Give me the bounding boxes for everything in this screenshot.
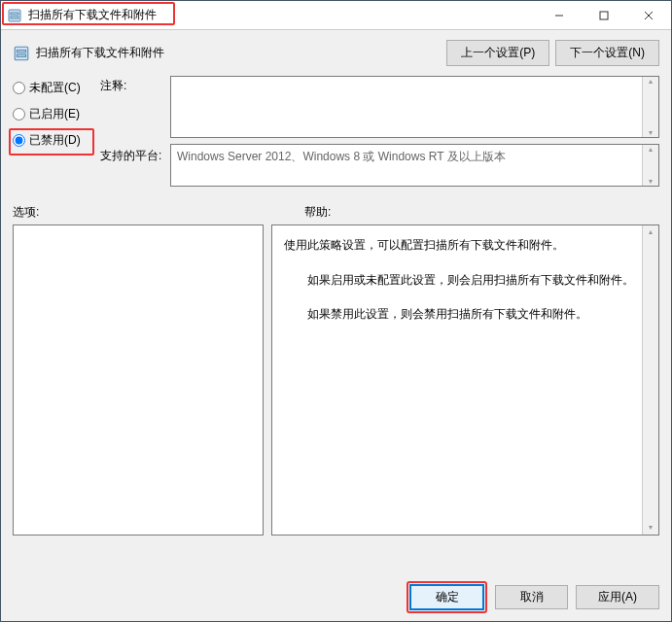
platforms-value: Windows Server 2012、Windows 8 或 Windows …: [177, 150, 506, 163]
platforms-label: 支持的平台:: [100, 144, 170, 183]
policy-icon: [13, 45, 30, 62]
help-paragraph-3: 如果禁用此设置，则会禁用扫描所有下载文件和附件。: [284, 304, 637, 326]
svg-rect-2: [11, 17, 18, 18]
minimize-button[interactable]: [537, 1, 582, 29]
header-row: 扫描所有下载文件和附件 上一个设置(P) 下一个设置(N): [1, 30, 671, 72]
policy-subtitle: 扫描所有下载文件和附件: [36, 45, 441, 61]
field-labels: 注释: 支持的平台:: [100, 76, 170, 183]
content-area: 扫描所有下载文件和附件 上一个设置(P) 下一个设置(N) 未配置(C) 已启用…: [1, 30, 671, 621]
svg-rect-8: [18, 50, 26, 52]
cancel-button[interactable]: 取消: [495, 585, 568, 609]
radio-not-configured-label: 未配置(C): [29, 80, 81, 96]
notes-label: 注释:: [100, 76, 170, 144]
notes-textbox[interactable]: ▴▾: [170, 76, 659, 138]
help-paragraph-1: 使用此策略设置，可以配置扫描所有下载文件和附件。: [284, 235, 637, 257]
options-box: [13, 225, 264, 536]
radio-disabled-label: 已禁用(D): [29, 132, 81, 149]
maximize-button[interactable]: [582, 1, 626, 29]
window-title: 扫描所有下载文件和附件: [28, 7, 537, 23]
ok-button[interactable]: 确定: [410, 585, 483, 609]
platforms-textbox: Windows Server 2012、Windows 8 或 Windows …: [170, 144, 659, 187]
svg-rect-9: [18, 54, 26, 56]
policy-icon: [7, 8, 22, 23]
svg-rect-4: [600, 12, 608, 19]
radio-disabled[interactable]: 已禁用(D): [13, 132, 100, 149]
radio-enabled-label: 已启用(E): [29, 106, 80, 122]
help-paragraph-2: 如果启用或未配置此设置，则会启用扫描所有下载文件和附件。: [284, 270, 637, 292]
svg-rect-0: [9, 10, 20, 21]
split-labels: 选项: 帮助:: [1, 187, 671, 225]
help-box: 使用此策略设置，可以配置扫描所有下载文件和附件。 如果启用或未配置此设置，则会启…: [271, 225, 659, 536]
config-row: 未配置(C) 已启用(E) 已禁用(D) 注释: 支持的平台:: [1, 72, 671, 187]
radio-group: 未配置(C) 已启用(E) 已禁用(D): [13, 76, 100, 149]
split-areas: 使用此策略设置，可以配置扫描所有下载文件和附件。 如果启用或未配置此设置，则会启…: [1, 225, 671, 573]
options-label: 选项:: [13, 204, 304, 221]
scrollbar[interactable]: ▴▾: [642, 77, 658, 137]
footer: 确定 取消 应用(A): [1, 573, 671, 621]
help-label: 帮助:: [304, 204, 659, 221]
radio-not-configured-input[interactable]: [13, 82, 25, 94]
close-button[interactable]: [626, 1, 671, 29]
radio-enabled-input[interactable]: [13, 108, 25, 121]
radio-disabled-input[interactable]: [13, 134, 25, 147]
svg-rect-7: [15, 47, 28, 60]
apply-button[interactable]: 应用(A): [576, 585, 659, 609]
previous-setting-button[interactable]: 上一个设置(P): [446, 40, 549, 66]
highlight-ok-button: 确定: [407, 581, 487, 613]
field-values: ▴▾ Windows Server 2012、Windows 8 或 Windo…: [170, 76, 659, 187]
next-setting-button[interactable]: 下一个设置(N): [555, 40, 659, 66]
radio-not-configured[interactable]: 未配置(C): [13, 80, 100, 96]
scrollbar[interactable]: ▴▾: [642, 225, 658, 535]
radio-enabled[interactable]: 已启用(E): [13, 106, 100, 122]
scrollbar[interactable]: ▴▾: [642, 145, 658, 186]
svg-rect-1: [11, 13, 18, 15]
policy-editor-window: 扫描所有下载文件和附件 扫描所有下载文件和附件 上一个设置(P) 下一个设置(N…: [0, 0, 672, 622]
titlebar: 扫描所有下载文件和附件: [1, 1, 671, 30]
window-buttons: [537, 1, 671, 29]
